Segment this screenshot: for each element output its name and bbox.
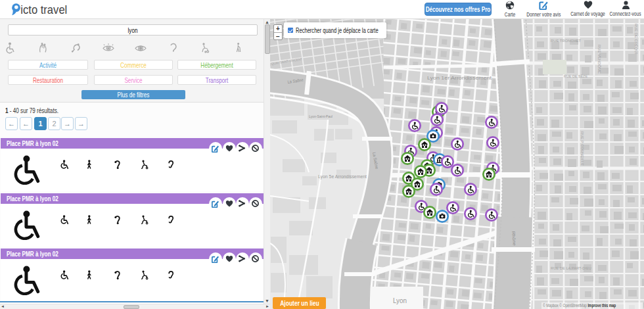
svg-text:RUE DE SÈZE: RUE DE SÈZE xyxy=(564,74,587,78)
svg-text:RUE VENDÔME: RUE VENDÔME xyxy=(597,45,601,74)
svg-text:RUE DE LA PART-DIEU: RUE DE LA PART-DIEU xyxy=(551,266,591,270)
svg-text:Lyon 1er Arrondissement: Lyon 1er Arrondissement xyxy=(427,76,492,81)
svg-text:Lyon-Saint-Paul: Lyon-Saint-Paul xyxy=(309,114,333,118)
svg-text:RUE TRONCHET: RUE TRONCHET xyxy=(551,39,581,43)
svg-text:Lyon: Lyon xyxy=(393,297,407,304)
svg-text:icto travel: icto travel xyxy=(20,3,67,16)
svg-text:RUE DE CRÉQUI: RUE DE CRÉQUI xyxy=(634,24,638,54)
svg-text:RUE P CORNEILLE: RUE P CORNEILLE xyxy=(580,131,584,166)
svg-text:Lyon 5e Arrondissement: Lyon 5e Arrondissement xyxy=(318,174,367,179)
